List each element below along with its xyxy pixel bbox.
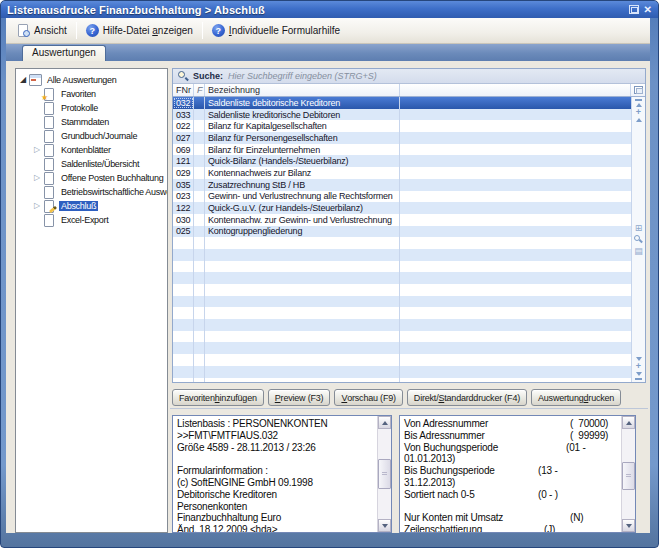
column-header-fnr[interactable]: FNr: [173, 84, 194, 96]
tree-item-protokolle[interactable]: Protokolle: [16, 101, 167, 115]
table-row[interactable]: 022Bilanz für Kapitalgesellschaften: [173, 120, 631, 132]
fnr-cell: 122: [173, 202, 194, 214]
parameters-panel: Von Adressnummer( 70000)Bis Adressnummer…: [399, 415, 636, 533]
app-window: Listenausdrucke Finanzbuchhaltung > Absc…: [0, 0, 659, 548]
params-scrollbar[interactable]: [621, 416, 635, 532]
scroll-up-icon[interactable]: [622, 416, 635, 429]
favoriten-hinzuf-gen-button[interactable]: Favoriten hinzufügen: [172, 389, 264, 406]
tree-item-grundbuch-journale[interactable]: Grundbuch/Journale: [16, 129, 167, 143]
close-icon[interactable]: ✕: [644, 5, 652, 15]
expander-closed-icon[interactable]: ▷: [32, 201, 42, 211]
bezeichnung-cell: [205, 354, 400, 366]
document-icon: [42, 214, 56, 226]
column-picker-button[interactable]: [631, 84, 645, 96]
auswertung-drucken-button[interactable]: Auswertung drucken: [531, 389, 621, 406]
tree-item-favoriten[interactable]: Favoriten: [16, 87, 167, 101]
titlebar[interactable]: Listenausdrucke Finanzbuchhaltung > Absc…: [1, 1, 658, 18]
tree-item-abschlu[interactable]: ▷Abschluß: [16, 199, 167, 213]
grid-view-icon[interactable]: ⊞: [635, 224, 643, 233]
param-label: Sortiert nach 0-5: [404, 489, 475, 500]
tree-item-kontenbl-tter[interactable]: ▷Kontenblätter: [16, 143, 167, 157]
step-up-icon[interactable]: +: [636, 109, 641, 116]
fnr-cell: [173, 378, 194, 383]
fnr-cell: [173, 342, 194, 354]
tree-item-betriebswirtschaftliche-auswertungen[interactable]: Betriebswirtschaftliche Auswertungen: [16, 185, 167, 199]
table-row-empty: [173, 307, 631, 319]
document-icon: [42, 102, 56, 114]
table-row[interactable]: 023Gewinn- und Verlustrechnung alle Rech…: [173, 191, 631, 203]
filter-icon[interactable]: ▤: [634, 247, 643, 256]
zoom-icon[interactable]: [634, 235, 644, 245]
info-line: Finanzbuchhaltung Euro: [177, 512, 377, 524]
tree-item-stammdaten[interactable]: Stammdaten: [16, 115, 167, 129]
table-row[interactable]: 121Quick-Bilanz (Handels-/Steuerbilanz): [173, 155, 631, 167]
ansicht-button[interactable]: Ansicht: [10, 22, 74, 39]
document-icon: [42, 186, 56, 198]
param-line: [404, 501, 621, 513]
hilfe-datei-anzeigen-button[interactable]: Hilfe-Datei anzeigen: [79, 22, 200, 39]
tree-item-label: Protokolle: [59, 103, 100, 113]
param-value: (J): [544, 524, 555, 532]
document-icon: [42, 172, 56, 184]
toolbar-button-label: Hilfe-Datei anzeigen: [103, 25, 193, 36]
restore-icon[interactable]: [629, 5, 639, 14]
bezeichnung-cell: [205, 284, 400, 296]
scroll-bottom-icon[interactable]: [635, 378, 642, 380]
fnr-cell: [173, 331, 194, 343]
param-value: ( 99999): [570, 430, 608, 442]
table-row[interactable]: 122Quick-G.u.V. (zur Handels-/Steuerbila…: [173, 202, 631, 214]
separator: [170, 408, 648, 409]
table-row[interactable]: 032Saldenliste debitorische Kreditoren: [173, 97, 631, 109]
document-icon: [42, 144, 56, 156]
scroll-up-icon[interactable]: [378, 416, 391, 429]
search-label: Suche:: [193, 71, 223, 81]
bezeichnung-cell: Zusatzrechnung StB / HB: [205, 179, 400, 191]
param-label: [404, 501, 407, 512]
column-header-f[interactable]: F: [194, 84, 205, 96]
table-row[interactable]: 030Kontennachw. zur Gewinn- und Verlustr…: [173, 214, 631, 226]
scroll-top-icon[interactable]: [635, 99, 642, 101]
scrollbar-thumb[interactable]: [378, 459, 391, 489]
scroll-down-icon[interactable]: [378, 519, 391, 532]
info-line: >>FMT\FMTFIAUS.032: [177, 430, 377, 442]
toolbar-separator: [76, 22, 77, 39]
preview-f3-button[interactable]: Preview (F3): [268, 389, 331, 406]
table-row[interactable]: 027Bilanz für Personengesellschaften: [173, 132, 631, 144]
direkt-standarddrucker-f4-button[interactable]: Direkt/Standarddrucker (F4): [407, 389, 527, 406]
bezeichnung-cell: Gewinn- und Verlustrechnung alle Rechtsf…: [205, 191, 400, 203]
table-rows: 032Saldenliste debitorische Kreditoren03…: [173, 97, 631, 382]
scrollbar-thumb[interactable]: [622, 462, 635, 490]
table-row[interactable]: 033Saldenliste kreditorische Debitoren: [173, 109, 631, 121]
table-row[interactable]: 069Bilanz für Einzelunternehmen: [173, 144, 631, 156]
search-placeholder: Hier Suchbegriff eingeben (STRG+S): [228, 71, 377, 81]
tree-item-saldenliste-bersicht[interactable]: Saldenliste/Übersicht: [16, 157, 167, 171]
f-cell: [194, 249, 205, 261]
param-line: Zeilenschattierung(J): [404, 524, 621, 532]
expander-closed-icon[interactable]: ▷: [32, 145, 42, 155]
extra-cell: [400, 366, 631, 378]
expander-closed-icon[interactable]: ▷: [32, 173, 42, 183]
expander-open-icon[interactable]: ◢: [18, 75, 28, 85]
column-header-bezeichnung[interactable]: Bezeichnung: [205, 84, 400, 96]
tab-auswertungen[interactable]: Auswertungen: [22, 45, 106, 61]
individuelle-formularhilfe-button[interactable]: Individuelle Formularhilfe: [205, 22, 347, 39]
page-up-icon[interactable]: [636, 118, 642, 122]
info-scrollbar[interactable]: [377, 416, 391, 532]
tree-item-offene-posten-buchhaltung[interactable]: ▷Offene Posten Buchhaltung: [16, 171, 167, 185]
tree-item-excel-export[interactable]: Excel-Export: [16, 213, 167, 227]
scroll-down-icon[interactable]: [622, 519, 635, 532]
tree-item-alle-auswertungen[interactable]: ◢Alle Auswertungen: [16, 73, 167, 87]
table-row[interactable]: 029Kontennachweis zur Bilanz: [173, 167, 631, 179]
search-input[interactable]: Suche: Hier Suchbegriff eingeben (STRG+S…: [173, 69, 645, 84]
extra-cell: [400, 167, 631, 179]
step-down-icon[interactable]: +: [636, 363, 641, 370]
table-row[interactable]: 035Zusatzrechnung StB / HB: [173, 179, 631, 191]
scroll-bottom-arrow-icon[interactable]: [636, 372, 642, 376]
column-header-extra[interactable]: [400, 84, 631, 96]
f-cell: [194, 144, 205, 156]
param-label: 01.01.2013): [404, 453, 455, 464]
vorschau-f9-button[interactable]: Vorschau (F9): [334, 389, 402, 406]
table-row[interactable]: 025Kontogruppengliederung: [173, 226, 631, 238]
f-cell: [194, 179, 205, 191]
table-row-empty: [173, 366, 631, 378]
